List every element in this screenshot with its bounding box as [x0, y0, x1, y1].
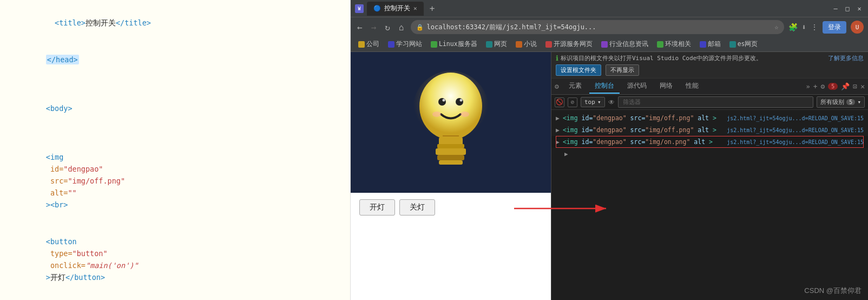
bookmark-item-email[interactable]: 邮箱: [696, 39, 724, 49]
code-line: [0, 78, 350, 90]
info-icon: ℹ: [556, 54, 558, 62]
code-line: <button type="button" onclick="main('off…: [0, 296, 350, 300]
active-tab[interactable]: 🔵 控制开关 ✕: [367, 2, 424, 16]
bookmark-icon: [601, 41, 608, 48]
notification-buttons: 设置根文件夹 不再显示: [556, 64, 864, 76]
source-link-1[interactable]: js2.html?_ijt=54ogju...d=RELOAD_ON_SAVE:…: [727, 115, 864, 121]
tab-bar: 🔵 控制开关 ✕ +: [367, 2, 828, 16]
devtools-tab-console[interactable]: 控制台: [589, 79, 620, 94]
bookmark-icon: [700, 41, 706, 48]
dom-entries: ▶ <img id="dengpao" src="img/off.png" al…: [551, 110, 868, 300]
bookmark-label: Linux服务器: [439, 40, 477, 48]
devtools-more-icon[interactable]: »: [806, 83, 810, 90]
level-badge: 5: [846, 99, 855, 105]
svg-point-4: [438, 98, 446, 106]
login-button[interactable]: 登录: [823, 21, 846, 34]
forward-button[interactable]: →: [369, 21, 379, 34]
address-bar[interactable]: 🔒 localhost:63342/前端/js2.html?_ijt=54ogj…: [411, 20, 784, 34]
source-link-2[interactable]: js2.html?_ijt=54ogju...d=RELOAD_ON_SAVE:…: [727, 127, 864, 133]
set-root-folder-button[interactable]: 设置根文件夹: [556, 64, 601, 76]
dom-entry-expand[interactable]: ▶: [551, 148, 868, 160]
svg-text:W: W: [358, 6, 361, 11]
maximize-button[interactable]: □: [843, 4, 852, 13]
devtools-tab-elements[interactable]: 元素: [563, 79, 587, 94]
level-chevron-icon: ▾: [857, 99, 861, 106]
dom-entry-3[interactable]: ▶ <img id="dengpao" src="img/on.png" alt…: [551, 136, 868, 148]
svg-point-8: [432, 112, 441, 117]
devtools-tab-sources[interactable]: 源代码: [622, 79, 652, 94]
dont-show-again-button[interactable]: 不再显示: [606, 64, 639, 76]
dom-html-1: <img id="dengpao" src="img/off.png" alt …: [563, 114, 716, 122]
turn-on-button[interactable]: 开灯: [359, 199, 395, 216]
settings-icon[interactable]: ⋮: [811, 23, 818, 31]
console-clear-button[interactable]: 🚫: [555, 97, 564, 107]
dom-entry-1[interactable]: ▶ <img id="dengpao" src="img/off.png" al…: [551, 112, 868, 124]
filter-input[interactable]: 筛选器: [618, 96, 814, 108]
browser-titlebar: W 🔵 控制开关 ✕ + — □ ✕: [351, 0, 868, 17]
bookmark-item-es[interactable]: es网页: [726, 39, 761, 49]
tab-close-button[interactable]: ✕: [413, 5, 417, 12]
bookmark-icon: [431, 41, 437, 48]
home-button[interactable]: ⌂: [397, 21, 406, 34]
minimize-button[interactable]: —: [831, 4, 840, 13]
level-label: 所有级别: [820, 98, 844, 106]
devtools-notification-block: ℹ 标识项目的根文件夹以打开Visual Studio Code中的源文件并同步…: [551, 52, 868, 79]
bookmark-item-linux[interactable]: Linux服务器: [428, 39, 481, 49]
close-button[interactable]: ✕: [855, 4, 864, 13]
download-icon[interactable]: ⬇: [802, 23, 806, 31]
eye-icon: 👁: [608, 99, 615, 106]
window-controls: — □ ✕: [831, 4, 864, 13]
bookmark-icon: [516, 41, 522, 48]
svg-rect-11: [437, 144, 464, 148]
bookmark-label: 小说: [524, 40, 537, 48]
svg-point-3: [419, 73, 482, 140]
refresh-button[interactable]: ↻: [383, 21, 392, 34]
new-tab-button[interactable]: +: [426, 2, 439, 15]
bookmark-item-learn[interactable]: 学习网站: [385, 39, 425, 49]
bookmark-item-company[interactable]: 公司: [355, 39, 383, 49]
bookmark-item-novel[interactable]: 小说: [512, 39, 540, 49]
expand-icon: ▶: [564, 151, 568, 158]
filter-placeholder: 筛选器: [623, 99, 641, 106]
bookmark-icon: [657, 41, 663, 48]
turn-off-button[interactable]: 关灯: [399, 199, 435, 216]
devtools-detach-icon[interactable]: ⊡: [853, 82, 857, 90]
browser-panel: W 🔵 控制开关 ✕ + — □ ✕ ← → ↻ ⌂ 🔒 localhost:6…: [351, 0, 868, 300]
back-button[interactable]: ←: [355, 21, 365, 34]
devtools-error-badge: 5: [828, 83, 838, 90]
bookmark-star-icon[interactable]: ☆: [774, 23, 778, 31]
svg-point-6: [443, 99, 445, 102]
nav-icons: 🧩 ⬇ ⋮: [788, 23, 818, 31]
svg-point-9: [461, 112, 469, 117]
devtools-close-icon[interactable]: ✕: [860, 82, 865, 90]
source-link-3[interactable]: js2.html?_ijt=54ogju...d=RELOAD_ON_SAVE:…: [727, 139, 864, 145]
bookmark-item-web[interactable]: 网页: [483, 39, 510, 49]
user-avatar[interactable]: U: [851, 21, 864, 34]
log-level-dropdown[interactable]: 所有级别 5 ▾: [817, 96, 865, 108]
lightbulb-svg: [402, 57, 499, 187]
dom-entry-2[interactable]: ▶ <img id="dengpao" src="img/off.png" al…: [551, 124, 868, 136]
page-view: 开灯 关灯: [351, 52, 551, 300]
bulb-image: [351, 52, 551, 193]
devtools-add-icon[interactable]: +: [813, 82, 818, 90]
devtools-panel: ℹ 标识项目的根文件夹以打开Visual Studio Code中的源文件并同步…: [551, 52, 868, 300]
bookmark-item-industry[interactable]: 行业信息资讯: [598, 39, 652, 49]
bookmark-label: 环境相关: [665, 40, 691, 48]
top-label: top: [584, 99, 595, 106]
console-top-dropdown[interactable]: top ▾: [581, 97, 605, 107]
browser-logo-icon: W: [355, 4, 364, 13]
bookmark-item-env[interactable]: 环境相关: [654, 39, 694, 49]
dropdown-icon: ▾: [597, 99, 601, 106]
devtools-toolbar: ⚙ 元素 控制台 源代码 网络 性能 » + ⚙ 5 📌 ⊡ ✕: [551, 79, 868, 95]
address-text: localhost:63342/前端/js2.html?_ijt=54ogju.…: [427, 23, 772, 32]
devtools-pin-icon[interactable]: 📌: [841, 82, 850, 90]
extensions-icon[interactable]: 🧩: [788, 23, 798, 31]
bookmark-item-opensource[interactable]: 开源服务网页: [542, 39, 596, 49]
bookmark-icon: [486, 41, 492, 48]
devtools-settings-icon[interactable]: ⚙: [820, 82, 825, 90]
devtools-tab-network[interactable]: 网络: [654, 79, 678, 94]
learn-more-link[interactable]: 了解更多信息: [828, 54, 864, 62]
devtools-tab-performance[interactable]: 性能: [680, 79, 704, 94]
entry-triangle-icon: ▶: [556, 138, 560, 146]
bookmark-label: 开源服务网页: [554, 40, 593, 48]
